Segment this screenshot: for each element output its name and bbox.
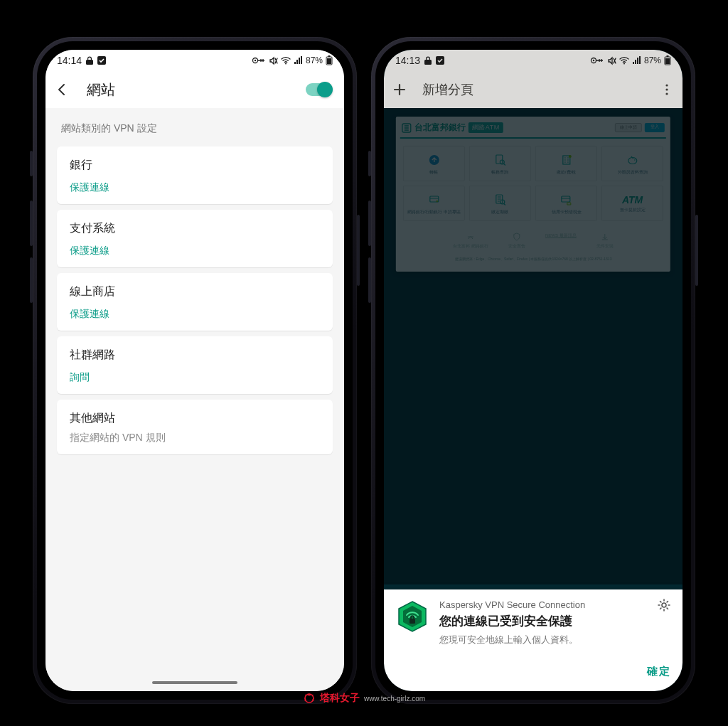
tab-title: 新增分頁 (422, 81, 473, 98)
status-battery-text: 87% (644, 55, 661, 65)
side-button (357, 215, 360, 286)
page-title: 網站 (87, 80, 115, 100)
back-button[interactable] (54, 81, 71, 98)
card-subtitle: 保護連線 (70, 181, 320, 194)
svg-point-16 (665, 92, 668, 95)
status-battery-text: 87% (306, 55, 323, 65)
phone-frame-right: 14:13 87% (371, 37, 695, 704)
battery-icon (326, 55, 333, 65)
card-subtitle-muted: 指定網站的 VPN 規則 (70, 432, 320, 444)
card-shop[interactable]: 線上商店 保護連線 (57, 273, 333, 331)
svg-point-10 (623, 63, 625, 65)
signal-icon (294, 56, 303, 65)
side-button (368, 151, 371, 176)
battery-icon (664, 55, 671, 65)
watermark-url: www.tech-girlz.com (364, 695, 425, 703)
svg-point-3 (285, 63, 287, 65)
card-subtitle: 保護連線 (70, 308, 320, 321)
status-time: 14:14 (57, 55, 82, 66)
toast-settings-button[interactable] (657, 598, 671, 615)
status-bar: 14:13 87% (384, 50, 682, 71)
toast-app-name: Kaspersky VPN Secure Connection (439, 599, 671, 610)
browser-bar: 新增分頁 (384, 71, 682, 108)
card-other[interactable]: 其他網站 指定網站的 VPN 規則 (57, 400, 333, 454)
gear-icon (657, 598, 671, 612)
svg-point-33 (662, 603, 666, 607)
dim-overlay[interactable] (384, 108, 682, 584)
watermark: 塔科女子 www.tech-girlz.com (303, 692, 425, 705)
card-title: 其他網站 (70, 411, 320, 426)
svg-rect-13 (665, 58, 670, 64)
watermark-icon (303, 692, 316, 705)
vpn-toast: Kaspersky VPN Secure Connection 您的連線已受到安… (384, 589, 682, 691)
lock-icon (424, 56, 432, 65)
status-bar: 14:14 87% (46, 50, 344, 71)
svg-point-2 (255, 60, 256, 61)
mute-icon (269, 56, 278, 65)
side-button (30, 257, 33, 303)
side-button (30, 151, 33, 176)
new-tab-button[interactable] (391, 81, 408, 98)
mute-icon (607, 56, 616, 65)
svg-point-15 (665, 88, 668, 90)
lock-icon (86, 56, 93, 65)
card-title: 銀行 (70, 158, 320, 173)
svg-rect-5 (328, 55, 331, 57)
toast-confirm-button[interactable]: 確定 (395, 665, 671, 678)
svg-point-9 (593, 60, 594, 61)
card-title: 社群網路 (70, 348, 320, 363)
more-button[interactable] (658, 81, 675, 98)
phone-frame-left: 14:14 87% (33, 37, 357, 704)
watermark-text: 塔科女子 (320, 692, 360, 705)
card-subtitle: 保護連線 (70, 245, 320, 257)
webview: 台北富邦銀行 網路ATM 線上申請 登入 轉帳 帳務查詢 繳款/費/稅 (384, 108, 682, 584)
vpn-shield-icon (395, 599, 429, 634)
side-button (30, 201, 33, 246)
check-icon (436, 56, 444, 65)
card-bank[interactable]: 銀行 保護連線 (57, 146, 333, 204)
card-subtitle: 詢問 (70, 371, 320, 384)
wifi-icon (281, 56, 291, 65)
side-button (368, 201, 371, 246)
svg-rect-12 (667, 55, 669, 57)
svg-rect-32 (410, 619, 415, 624)
section-caption: 網站類別的 VPN 設定 (57, 115, 333, 146)
card-payment[interactable]: 支付系統 保護連線 (57, 210, 333, 267)
check-icon (97, 56, 106, 65)
toast-title: 您的連線已受到安全保護 (439, 613, 671, 629)
svg-rect-6 (327, 58, 331, 64)
side-button (368, 257, 371, 303)
card-title: 線上商店 (70, 284, 320, 299)
wifi-icon (619, 56, 629, 65)
toast-subtitle: 您現可安全地線上輸入個人資料。 (439, 634, 671, 646)
signal-icon (632, 56, 641, 65)
status-time: 14:13 (395, 55, 420, 66)
vpn-key-icon (590, 56, 604, 65)
side-button (695, 215, 698, 286)
home-indicator[interactable] (152, 681, 237, 684)
card-title: 支付系統 (70, 221, 320, 236)
master-toggle[interactable] (306, 83, 331, 96)
svg-point-14 (665, 84, 668, 86)
card-social[interactable]: 社群網路 詢問 (57, 336, 333, 394)
vpn-key-icon (252, 56, 266, 65)
app-bar: 網站 (46, 71, 344, 108)
